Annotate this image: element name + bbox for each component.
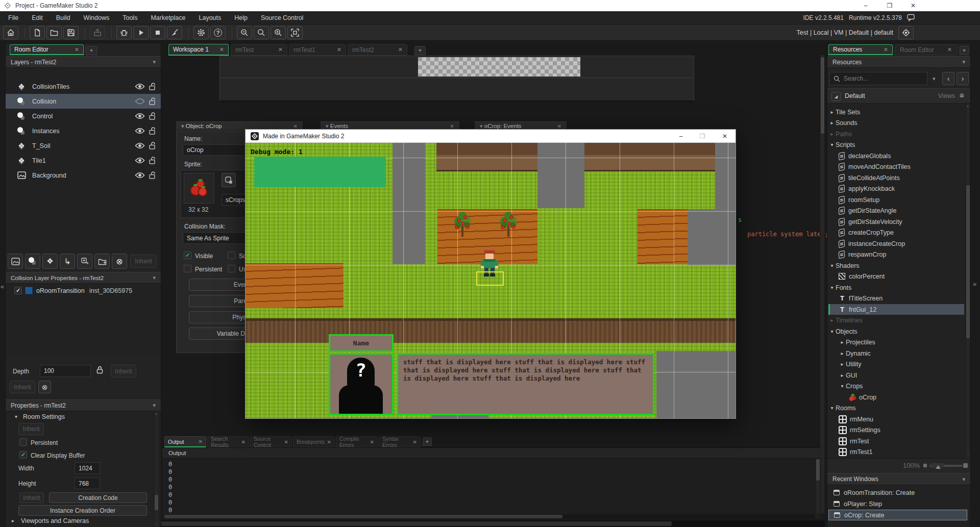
close-icon[interactable]: ✕ <box>284 439 288 445</box>
visible-checkbox[interactable]: ✓ <box>184 252 191 259</box>
layers-header[interactable]: Layers - rmTest2▾ <box>6 56 161 68</box>
new-sprite-button[interactable] <box>222 173 236 187</box>
close-icon[interactable]: ✕ <box>219 46 224 53</box>
collapse-left-panel-handle[interactable]: « <box>1 283 4 290</box>
debug-button[interactable] <box>116 26 132 39</box>
uses-physics-checkbox[interactable] <box>228 265 235 272</box>
tree-shaders[interactable]: ▾Shaders <box>828 260 964 271</box>
instance-creation-order-button[interactable]: Instance Creation Order <box>18 505 147 516</box>
instance-object-name[interactable]: oRoomTransition <box>36 287 85 294</box>
tree-script-item[interactable]: roomSetup <box>828 194 964 205</box>
output-tab-source-control[interactable]: Source Control✕ <box>250 436 292 447</box>
tree-tile-sets[interactable]: ▸Tile Sets <box>828 107 964 117</box>
collapse-right-panel-handle[interactable]: » <box>973 280 976 288</box>
game-minimize-button[interactable]: – <box>672 133 690 140</box>
open-project-button[interactable] <box>46 26 62 39</box>
recent-windows-header[interactable]: Recent Windows▾ <box>827 473 970 485</box>
tree-script-item[interactable]: getDirStateAngle <box>828 205 964 216</box>
close-icon[interactable]: ✕ <box>293 123 298 129</box>
tab-right-room-editor[interactable]: Room Editor✕ <box>895 44 957 55</box>
tree-objects-projectiles[interactable]: ▸Projectiles <box>828 337 964 347</box>
tree-sounds[interactable]: ▸Sounds <box>828 117 964 128</box>
tree-timelines[interactable]: ▸Timelines <box>828 315 964 325</box>
workspace-hscrollbar[interactable] <box>161 520 825 527</box>
window-maximize-button[interactable]: ❐ <box>879 0 900 11</box>
recent-window-item-selected[interactable]: oCrop: Create <box>828 510 967 520</box>
menu-edit[interactable]: Edit <box>32 14 43 21</box>
tree-script-item[interactable]: getDirStateVelocity <box>828 216 964 227</box>
tree-font-item[interactable]: TfTitleScreen <box>828 293 964 304</box>
close-icon[interactable]: ✕ <box>370 439 374 445</box>
inherit-button[interactable]: Inherit <box>10 381 35 393</box>
home-button[interactable] <box>3 26 18 39</box>
viewports-label[interactable]: Viewports and Cameras <box>21 517 89 524</box>
tree-objects-dynamic[interactable]: ▸Dynamic <box>828 348 964 359</box>
new-right-tab-button[interactable]: + <box>960 46 969 55</box>
run-button[interactable] <box>133 26 149 39</box>
hamburger-icon[interactable]: ≡ <box>960 91 964 99</box>
output-tab-compile-errors[interactable]: Compile Errors✕ <box>336 436 378 447</box>
close-icon[interactable]: ✕ <box>398 46 403 53</box>
tab-rmtest[interactable]: rmTest✕ <box>231 44 287 56</box>
output-subtab[interactable]: Output <box>168 450 186 456</box>
tree-rooms[interactable]: ▾Rooms <box>828 403 964 413</box>
recent-window-item[interactable]: oPlayer: Step <box>828 498 967 509</box>
new-workspace-tab-button[interactable]: + <box>414 46 426 55</box>
tree-shader-item[interactable]: colorPercent <box>828 271 964 282</box>
sprite-thumbnail[interactable] <box>184 173 214 204</box>
close-icon[interactable]: ✕ <box>278 46 283 53</box>
tree-scripts[interactable]: ▾Scripts <box>828 139 964 150</box>
clear-display-buffer-checkbox[interactable]: ✓ <box>19 451 27 459</box>
menu-tools[interactable]: Tools <box>122 14 137 21</box>
create-executable-button[interactable] <box>90 26 105 39</box>
height-input[interactable]: 768 <box>75 478 100 489</box>
close-icon[interactable]: ✕ <box>241 439 246 445</box>
clean-button[interactable] <box>167 26 182 39</box>
depth-inherit-button[interactable]: Inherit <box>111 365 136 378</box>
menu-build[interactable]: Build <box>56 14 70 21</box>
tree-font-item-selected[interactable]: TfntGui_12 <box>828 304 964 315</box>
lock-icon[interactable] <box>96 366 103 374</box>
tree-script-item[interactable]: createCropType <box>828 227 964 238</box>
search-next-button[interactable]: › <box>957 72 969 85</box>
close-icon[interactable]: ✕ <box>327 439 331 445</box>
add-path-layer-button[interactable]: ↳ <box>60 254 75 269</box>
close-icon[interactable]: ✕ <box>199 439 203 444</box>
close-icon[interactable]: ✕ <box>413 439 417 445</box>
room-inherit-button[interactable]: Inherit <box>18 423 44 435</box>
tab-room-editor[interactable]: Room Editor✕ <box>10 44 84 55</box>
unlock-icon[interactable] <box>149 127 156 135</box>
creation-code-button[interactable]: Creation Code <box>49 492 147 503</box>
solid-checkbox[interactable] <box>228 252 235 259</box>
zoom-out-button[interactable] <box>237 26 252 39</box>
workspace-vscrollbar[interactable] <box>820 55 824 513</box>
new-left-tab-button[interactable]: + <box>86 46 97 55</box>
add-folder-button[interactable] <box>94 254 110 269</box>
menu-layouts[interactable]: Layouts <box>199 14 222 21</box>
settings-button[interactable] <box>193 26 209 39</box>
zoom-reset-button[interactable] <box>254 26 269 39</box>
new-project-button[interactable] <box>30 26 45 39</box>
add-tile-layer-button[interactable]: ❖ <box>42 254 58 269</box>
output-tab-breakpoints[interactable]: Breakpoints✕ <box>293 436 335 447</box>
output-tab-syntax-errors[interactable]: Syntax Errors✕ <box>379 436 421 447</box>
depth-input[interactable]: 100 <box>40 365 91 377</box>
search-input[interactable]: Search... <box>829 72 927 85</box>
zoom-slider-max[interactable] <box>963 463 968 468</box>
add-background-layer-button[interactable] <box>8 254 23 269</box>
fit-window-button[interactable] <box>287 26 303 39</box>
tree-objects-utility[interactable]: ▸Utility <box>828 359 964 369</box>
new-output-tab-button[interactable]: + <box>423 437 432 446</box>
visibility-eye-icon[interactable] <box>135 83 145 90</box>
add-asset-layer-button[interactable] <box>77 254 92 269</box>
visibility-eye-icon[interactable] <box>135 157 145 164</box>
layer-row-control[interactable]: Control <box>6 109 161 123</box>
visibility-eye-icon[interactable] <box>135 142 145 149</box>
game-maximize-button[interactable]: ❐ <box>694 133 711 140</box>
menu-file[interactable]: File <box>8 14 18 21</box>
target-manager-button[interactable] <box>898 26 914 39</box>
tree-script-item[interactable]: moveAndContactTiles <box>828 161 964 172</box>
collapse-all-button[interactable]: ◢ <box>831 92 841 101</box>
close-icon[interactable]: ✕ <box>947 46 952 53</box>
visibility-eye-icon[interactable] <box>135 172 145 179</box>
